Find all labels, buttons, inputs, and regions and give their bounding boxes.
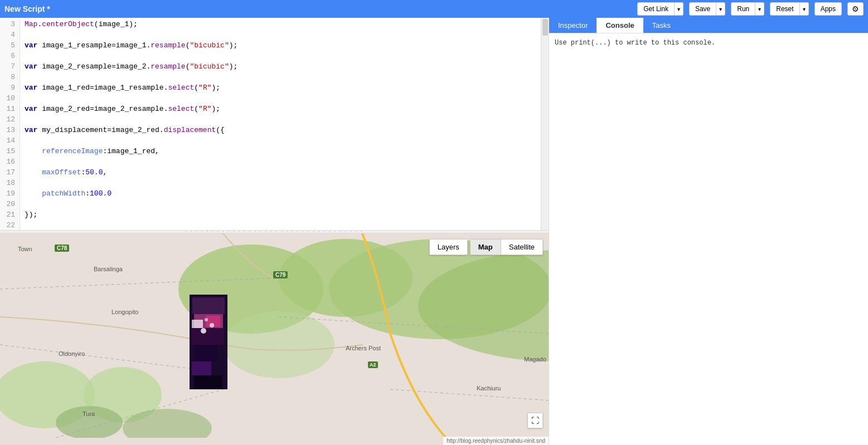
svg-point-26 — [205, 318, 208, 321]
town-label-town: Town — [18, 246, 32, 252]
tab-inspector[interactable]: Inspector — [549, 18, 597, 33]
highway-sign-c78: C78 — [55, 244, 69, 252]
svg-rect-16 — [192, 297, 225, 314]
road-sign-a2: A2 — [368, 361, 378, 368]
tab-tasks[interactable]: Tasks — [643, 18, 680, 33]
run-group: Run ▾ — [731, 2, 764, 16]
fullscreen-button[interactable]: ⛶ — [527, 413, 543, 428]
town-label-magado: Magado — [524, 356, 546, 363]
console-text: Use print(...) to write to this console. — [555, 39, 715, 47]
town-label-archers-post: Archers Post — [346, 345, 381, 351]
editor-panel: 34567 89101112 1314151617 1819202122 Map… — [0, 18, 549, 445]
script-title: New Script * — [4, 4, 50, 13]
map-controls: Layers Map Satellite — [429, 239, 543, 255]
svg-rect-20 — [192, 328, 224, 345]
right-tabs: Inspector Console Tasks — [549, 18, 868, 33]
save-arrow[interactable]: ▾ — [716, 2, 725, 16]
get-link-button[interactable]: Get Link — [637, 2, 675, 16]
tab-console[interactable]: Console — [597, 18, 643, 33]
town-label-kachiuru: Kachiuru — [477, 385, 501, 392]
save-group: Save ▾ — [689, 2, 725, 16]
layers-button[interactable]: Layers — [429, 239, 468, 255]
svg-rect-18 — [192, 320, 203, 328]
line-numbers: 34567 89101112 1314151617 1819202122 — [0, 18, 20, 230]
run-arrow[interactable]: ▾ — [755, 2, 764, 16]
satellite-button[interactable]: Satellite — [501, 239, 542, 255]
svg-point-7 — [223, 311, 334, 378]
get-link-group: Get Link ▾ — [637, 2, 683, 16]
svg-rect-21 — [195, 345, 217, 361]
map-area[interactable]: Town Barsalinga Longopito Oldonyiro Tura… — [0, 233, 549, 446]
toolbar: New Script * Get Link ▾ Save ▾ Run ▾ Res… — [0, 0, 868, 18]
editor-scrollbar[interactable] — [541, 18, 549, 230]
town-label-oldonyiro: Oldonyiro — [59, 350, 85, 357]
map-type-buttons: Map Satellite — [470, 239, 543, 255]
svg-point-24 — [201, 328, 206, 334]
run-button[interactable]: Run — [731, 2, 755, 16]
reset-arrow[interactable]: ▾ — [800, 2, 809, 16]
map-svg — [0, 233, 549, 438]
highway-sign-c79: C79 — [273, 271, 288, 278]
reset-group: Reset ▾ — [770, 2, 808, 16]
svg-rect-23 — [194, 375, 222, 389]
code-text[interactable]: Map.centerObject(image_1); var image_1_r… — [20, 18, 541, 230]
town-label-tura: Tura — [83, 410, 95, 417]
right-panel: Inspector Console Tasks Use print(...) t… — [549, 18, 868, 445]
code-editor[interactable]: 34567 89101112 1314151617 1819202122 Map… — [0, 18, 549, 230]
map-url-bar: http://blog.reedphynics/zhahdu-ninit.snd — [443, 437, 549, 445]
settings-button[interactable]: ⚙ — [847, 2, 864, 16]
town-label-barsalinga: Barsalinga — [94, 266, 123, 272]
fullscreen-icon: ⛶ — [531, 416, 539, 425]
map-button[interactable]: Map — [471, 239, 501, 255]
apps-button[interactable]: Apps — [814, 2, 842, 16]
save-button[interactable]: Save — [689, 2, 716, 16]
svg-point-25 — [210, 323, 214, 327]
get-link-arrow[interactable]: ▾ — [675, 2, 683, 16]
main-content: 34567 89101112 1314151617 1819202122 Map… — [0, 18, 868, 445]
reset-button[interactable]: Reset — [770, 2, 799, 16]
svg-rect-22 — [192, 361, 211, 375]
town-label-longopito: Longopito — [111, 309, 138, 315]
console-content: Use print(...) to write to this console. — [549, 33, 868, 445]
